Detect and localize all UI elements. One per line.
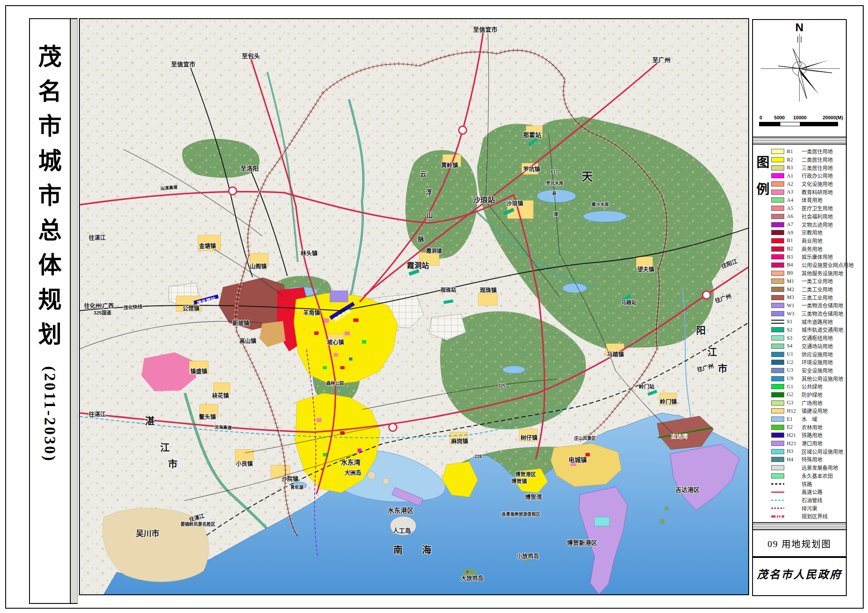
legend-label: 宗教用地 xyxy=(802,229,822,236)
legend-row: 高速公路 xyxy=(771,488,844,496)
legend-swatch xyxy=(771,408,784,413)
legend-row: S4交通场站用地 xyxy=(771,342,844,351)
legend-swatch xyxy=(771,206,784,211)
legend-label: 教育科研用地 xyxy=(802,188,833,196)
legend-row: M3三类工业用地 xyxy=(771,293,844,302)
scale-segments xyxy=(759,122,838,126)
legend-code: W3 xyxy=(787,311,802,317)
legend-title: 图 例 xyxy=(756,149,770,203)
legend-swatch xyxy=(771,271,784,276)
legend-row: B3娱乐康体用地 xyxy=(771,253,844,261)
compass-box: N 050001000020000(M) xyxy=(752,19,847,138)
legend-label: 环境设施用地 xyxy=(802,358,833,366)
publisher-box: 茂名市人民政府 xyxy=(752,557,847,596)
legend-row: U2环境设施用地 xyxy=(771,358,844,367)
legend-label: 排污渠 xyxy=(802,505,817,512)
legend-code: S3 xyxy=(787,335,802,341)
legend-label: 三类物流仓储用地 xyxy=(802,310,843,318)
legend-swatch xyxy=(771,157,784,162)
legend-swatch xyxy=(771,515,784,518)
north-label: N xyxy=(796,21,804,34)
legend-row: 远景发展备用地 xyxy=(771,464,844,472)
legend-row: A3教育科研用地 xyxy=(771,188,844,196)
legend-row: E2农林用地 xyxy=(771,423,844,431)
legend-swatch xyxy=(771,457,784,462)
legend-row: R2二类居住用地 xyxy=(771,156,844,164)
legend-row: R3三类居住用地 xyxy=(771,164,844,172)
legend-row: U3安全设施用地 xyxy=(771,367,844,375)
legend-row: E1水 域 xyxy=(771,415,844,423)
plan-title-char: 规 xyxy=(30,283,70,318)
legend-code: R1 xyxy=(787,148,802,155)
legend-title-char: 例 xyxy=(756,176,770,203)
divider-hatch-bottom xyxy=(752,523,847,529)
scale-label: 20000(M) xyxy=(822,115,843,120)
legend-label: 文化设施用地 xyxy=(802,180,833,188)
legend-code: R2 xyxy=(787,157,802,163)
legend-row: H23港口用地 xyxy=(771,439,844,448)
legend-code: U2 xyxy=(787,359,802,366)
legend-label: 一类工业用地 xyxy=(802,277,833,285)
legend-code: U3 xyxy=(787,367,802,374)
legend-row: 排污渠 xyxy=(771,504,844,512)
legend-code: A1 xyxy=(787,173,802,179)
legend-label: 特殊用地 xyxy=(802,456,822,463)
legend-code: W1 xyxy=(787,302,802,309)
legend-swatch xyxy=(771,295,784,300)
map-panel: 至信宜市至包头至洛阳至信宜市至广州那霍站罗坑镇罗坑水库黄沙水库天黄岭镇沙琅站沙琅… xyxy=(79,18,749,595)
legend-label: 商务用地 xyxy=(802,245,822,253)
legend-row: A6社会福利用地 xyxy=(771,213,844,221)
legend-label: 一类物流仓储用地 xyxy=(802,302,843,309)
legend-label: 医疗卫生用地 xyxy=(802,204,833,212)
legend-row: B4公用设施营业网点用地 xyxy=(771,261,844,269)
legend-label: 供应设施用地 xyxy=(802,351,833,358)
legend-swatch xyxy=(771,500,784,501)
plan-title-char: 市 xyxy=(30,109,70,144)
legend-label: 铁路用地 xyxy=(802,431,822,439)
legend-row: 石油管线 xyxy=(771,496,844,505)
legend-code: A9 xyxy=(787,229,802,236)
legend-code: B4 xyxy=(787,262,802,268)
legend-code: S4 xyxy=(787,343,802,349)
legend-label: 三类工业用地 xyxy=(802,294,833,302)
plan-sheet: 茂名市城市总体规划 (2011-2030) xyxy=(0,0,868,613)
legend-swatch xyxy=(771,508,784,509)
legend-swatch xyxy=(771,181,784,187)
legend-label: 二类工业用地 xyxy=(802,285,833,293)
legend-swatch xyxy=(771,230,784,235)
plan-title-char: 名 xyxy=(30,75,70,109)
legend-code: U9 xyxy=(787,375,802,382)
legend-label: 商业用地 xyxy=(802,237,822,245)
legend-label: 铁路 xyxy=(802,480,812,488)
legend-swatch xyxy=(771,465,784,470)
legend-label: 体育用地 xyxy=(802,196,822,204)
legend-code: E2 xyxy=(787,424,802,430)
legend-code: B3 xyxy=(787,254,802,260)
rose-petals xyxy=(778,49,832,99)
legend-swatch xyxy=(771,368,784,373)
legend-label: 水 域 xyxy=(802,415,817,423)
plan-title-subtitle: (2011-2030) xyxy=(41,366,59,462)
legend-code: A2 xyxy=(787,181,802,187)
legend-label: 其他服务设施用地 xyxy=(802,269,843,277)
legend-swatch xyxy=(771,449,784,454)
legend-code: M2 xyxy=(787,286,802,293)
legend-label: 城市道路用地 xyxy=(802,318,833,326)
legend-row: A2文化设施用地 xyxy=(771,180,844,188)
scale-label: 0 xyxy=(760,115,762,120)
legend-code: M3 xyxy=(787,294,802,301)
legend-swatch xyxy=(771,254,784,259)
legend-label: 交通枢纽用地 xyxy=(802,334,833,342)
legend-label: 规划区界线 xyxy=(802,512,828,520)
legend-row: G3广场用地 xyxy=(771,399,844,407)
legend-swatch xyxy=(771,165,784,170)
legend-items: R1一类居住用地R2二类居住用地R3三类居住用地A1行政办公用地A2文化设施用地… xyxy=(771,148,844,521)
legend-row: G2防护绿地 xyxy=(771,391,844,399)
legend-swatch xyxy=(771,376,784,381)
legend-row: H4特殊用地 xyxy=(771,456,844,464)
legend-code: H4 xyxy=(787,456,802,463)
legend-label: 公用设施营业网点用地 xyxy=(802,261,854,269)
legend-code: B2 xyxy=(787,246,802,252)
legend-label: 其他公用设施用地 xyxy=(802,375,843,383)
legend-row: A4体育用地 xyxy=(771,196,844,204)
